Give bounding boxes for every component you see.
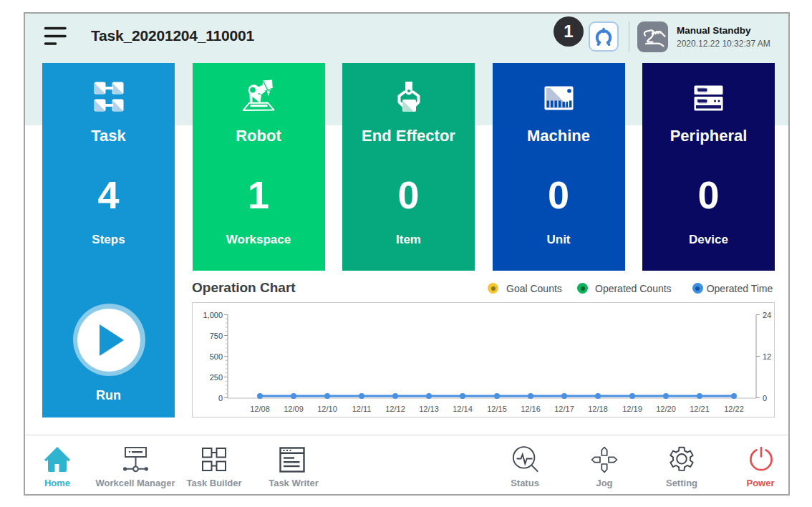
svg-text:0: 0: [763, 394, 767, 402]
svg-text:12/08: 12/08: [250, 405, 270, 413]
svg-text:12/19: 12/19: [622, 405, 642, 413]
svg-text:12/17: 12/17: [554, 405, 574, 413]
svg-text:12/12: 12/12: [385, 405, 405, 413]
svg-text:12/21: 12/21: [690, 405, 710, 413]
svg-text:12/16: 12/16: [521, 405, 541, 413]
svg-text:250: 250: [209, 373, 222, 382]
svg-text:12/14: 12/14: [453, 405, 473, 413]
svg-text:750: 750: [209, 332, 222, 340]
svg-text:12/10: 12/10: [317, 405, 337, 413]
svg-text:12/18: 12/18: [588, 405, 608, 413]
svg-text:12/11: 12/11: [352, 405, 371, 413]
svg-text:1,000: 1,000: [203, 311, 223, 319]
svg-text:12/15: 12/15: [487, 405, 507, 413]
svg-text:24: 24: [763, 311, 771, 319]
svg-text:500: 500: [209, 352, 222, 361]
svg-text:0: 0: [218, 394, 222, 402]
svg-text:12/22: 12/22: [724, 405, 744, 413]
svg-text:12/13: 12/13: [419, 405, 439, 413]
svg-text:12/20: 12/20: [656, 405, 676, 413]
svg-text:12: 12: [763, 352, 771, 361]
svg-text:12/09: 12/09: [284, 405, 304, 413]
